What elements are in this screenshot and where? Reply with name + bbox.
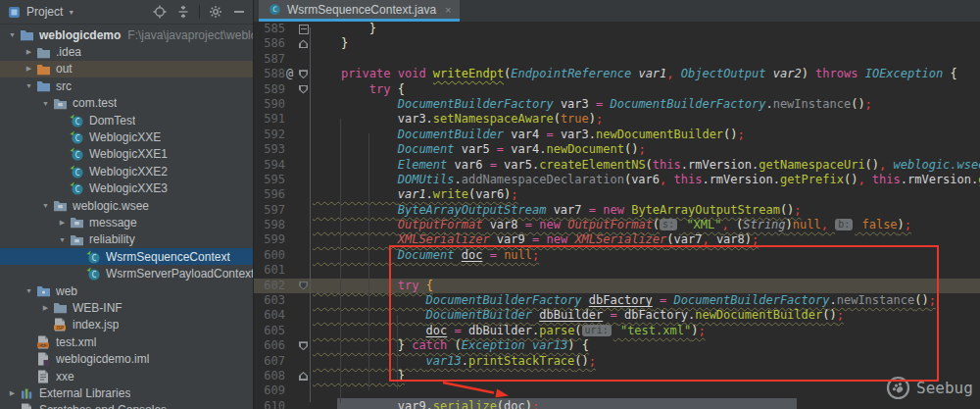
line-number[interactable]: 592 — [264, 128, 285, 142]
line-number[interactable]: 585 — [264, 22, 285, 36]
fold-marker-icon[interactable] — [299, 25, 309, 34]
line-number[interactable]: 609 — [264, 383, 285, 398]
tree-item-test-xml[interactable]: <>test.xml — [0, 333, 253, 350]
tree-item-weblogicxxe[interactable]: CWeblogicXXE — [0, 128, 253, 145]
gutter[interactable]: 609 — [254, 383, 313, 398]
line-number[interactable]: 594 — [264, 158, 285, 173]
locate-file-icon[interactable] — [152, 4, 168, 20]
gutter[interactable]: 600 — [254, 248, 313, 263]
line-number[interactable]: 602 — [264, 279, 285, 293]
gutter[interactable]: 601 — [254, 263, 313, 278]
hide-panel-icon[interactable] — [231, 4, 247, 20]
gutter[interactable]: 596 — [254, 187, 313, 202]
gutter[interactable]: 610 — [254, 399, 313, 409]
line-number[interactable]: 587 — [264, 52, 285, 67]
fold-marker-icon[interactable] — [299, 372, 308, 381]
tree-item-reliability[interactable]: ▼reliability — [0, 231, 253, 248]
chevron-collapsed-icon[interactable]: ▶ — [56, 219, 69, 227]
tree-item-index-jsp[interactable]: JSPindex.jsp — [0, 317, 253, 333]
code-line-592[interactable]: 592 DocumentBuilder var4 = var3.newDocum… — [254, 128, 980, 142]
tree-item-weblogicdemo-iml[interactable]: weblogicdemo.iml — [0, 350, 253, 367]
code-line-597[interactable]: 597 ByteArrayOutputStream var7 = new Byt… — [254, 203, 980, 218]
tree-item-weblogicxxe2[interactable]: CWeblogicXXE2 — [0, 163, 253, 179]
tree-item-weblogic-wsee[interactable]: ▼weblogic.wsee — [0, 197, 253, 214]
line-number[interactable]: 605 — [264, 324, 285, 338]
line-number[interactable]: 604 — [264, 308, 285, 323]
code-line-596[interactable]: 596 var1.write(var6); — [254, 187, 980, 202]
line-number[interactable]: 600 — [264, 248, 285, 263]
chevron-expanded-icon[interactable]: ▼ — [23, 287, 35, 294]
fold-marker-icon[interactable] — [299, 341, 308, 350]
tree-item-weblogicxxe3[interactable]: CWeblogicXXE3 — [0, 180, 253, 197]
tree-item-message[interactable]: ▶message — [0, 214, 253, 230]
chevron-collapsed-icon[interactable]: ▶ — [23, 65, 35, 73]
chevron-collapsed-icon[interactable]: ▶ — [23, 48, 35, 56]
tree-item-scratches-and-consoles[interactable]: Scratches and Consoles — [0, 402, 253, 409]
code-line-590[interactable]: 590 DocumentBuilderFactory var3 = Docume… — [254, 97, 980, 112]
settings-gear-icon[interactable] — [208, 4, 223, 20]
code-line-585[interactable]: 585 } — [254, 22, 980, 36]
line-number[interactable]: 606 — [264, 338, 285, 353]
tree-item-web[interactable]: ▼web — [0, 282, 253, 299]
chevron-expanded-icon[interactable]: ▼ — [6, 31, 19, 38]
gutter[interactable]: 603 — [254, 293, 313, 308]
line-number[interactable]: 601 — [264, 263, 285, 278]
code-line-598[interactable]: 598 OutputFormat var8 = new OutputFormat… — [254, 218, 980, 232]
tree-item-weblogicdemo[interactable]: ▼weblogicdemoF:\java\javaproject\weblogi… — [0, 26, 253, 43]
line-number[interactable]: 588 — [264, 67, 285, 81]
gutter[interactable]: 598 — [254, 218, 313, 232]
tree-item--idea[interactable]: ▶.idea — [0, 43, 253, 60]
collapse-all-icon[interactable] — [175, 4, 191, 20]
gutter[interactable]: 597 — [254, 203, 313, 218]
tree-item-src[interactable]: ▼src — [0, 77, 253, 94]
line-number[interactable]: 593 — [264, 142, 285, 157]
gutter[interactable]: 599 — [254, 232, 313, 247]
gutter[interactable]: 607 — [254, 354, 313, 369]
line-number[interactable]: 610 — [264, 399, 285, 409]
line-number[interactable]: 603 — [264, 293, 285, 308]
gutter[interactable]: 593 — [254, 142, 313, 157]
code-line-609[interactable]: 609 — [254, 383, 980, 398]
code-line-595[interactable]: 595 DOMUtils.addNamespaceDeclaration(var… — [254, 173, 980, 187]
line-number[interactable]: 591 — [264, 112, 285, 127]
tab-wsrmsequencecontext[interactable]: C WsrmSequenceContext.java × — [259, 0, 460, 22]
gutter[interactable]: 608 — [254, 369, 313, 383]
fold-marker-icon[interactable] — [299, 39, 308, 48]
line-number[interactable]: 596 — [264, 187, 285, 202]
code-line-591[interactable]: 591 var3.setNamespaceAware(true); — [254, 112, 980, 127]
line-number[interactable]: 589 — [264, 82, 285, 97]
code-line-593[interactable]: 593 Document var5 = var4.newDocument(); — [254, 142, 980, 157]
chevron-expanded-icon[interactable]: ▼ — [39, 202, 52, 209]
line-number[interactable]: 599 — [264, 232, 285, 247]
project-view-selector[interactable]: Project ▼ — [6, 4, 74, 20]
tree-item-out[interactable]: ▶out — [0, 61, 253, 77]
gutter[interactable]: 605 — [254, 324, 313, 338]
code-line-587[interactable]: 587 — [254, 52, 980, 67]
tree-item-wsrmsequencecontext[interactable]: CWsrmSequenceContext — [0, 248, 253, 265]
gutter[interactable]: 606 — [254, 338, 313, 353]
line-number[interactable]: 598 — [264, 218, 285, 232]
code-line-594[interactable]: 594 Element var6 = var5.createElementNS(… — [254, 158, 980, 173]
tree-item-web-inf[interactable]: ▶WEB-INF — [0, 299, 253, 316]
line-number[interactable]: 590 — [264, 97, 285, 112]
tree-item-weblogicxxe1[interactable]: CWeblogicXXE1 — [0, 146, 253, 163]
fold-marker-icon[interactable] — [299, 281, 308, 290]
gutter[interactable]: 602 — [254, 279, 313, 293]
tree-item-xxe[interactable]: xxe — [0, 368, 253, 384]
line-number[interactable]: 607 — [264, 354, 285, 369]
tree-item-com-test[interactable]: ▼com.test — [0, 95, 253, 112]
line-number[interactable]: 586 — [264, 36, 285, 51]
code-line-610[interactable]: 610 var9.serialize(doc); — [254, 399, 980, 409]
gutter[interactable]: 585 — [254, 22, 313, 36]
tree-item-wsrmserverpayloadcontext[interactable]: CWsrmServerPayloadContext — [0, 265, 253, 281]
line-number[interactable]: 608 — [264, 369, 285, 383]
gutter[interactable]: 595 — [254, 173, 313, 187]
gutter[interactable]: 589 — [254, 82, 313, 97]
code-line-589[interactable]: 589 try { — [254, 82, 980, 97]
gutter[interactable]: 586 — [254, 36, 313, 51]
chevron-expanded-icon[interactable]: ▼ — [23, 82, 35, 89]
chevron-expanded-icon[interactable]: ▼ — [39, 100, 52, 107]
chevron-expanded-icon[interactable]: ▼ — [56, 236, 69, 243]
fold-marker-icon[interactable] — [299, 70, 308, 78]
line-number[interactable]: 595 — [264, 173, 285, 187]
